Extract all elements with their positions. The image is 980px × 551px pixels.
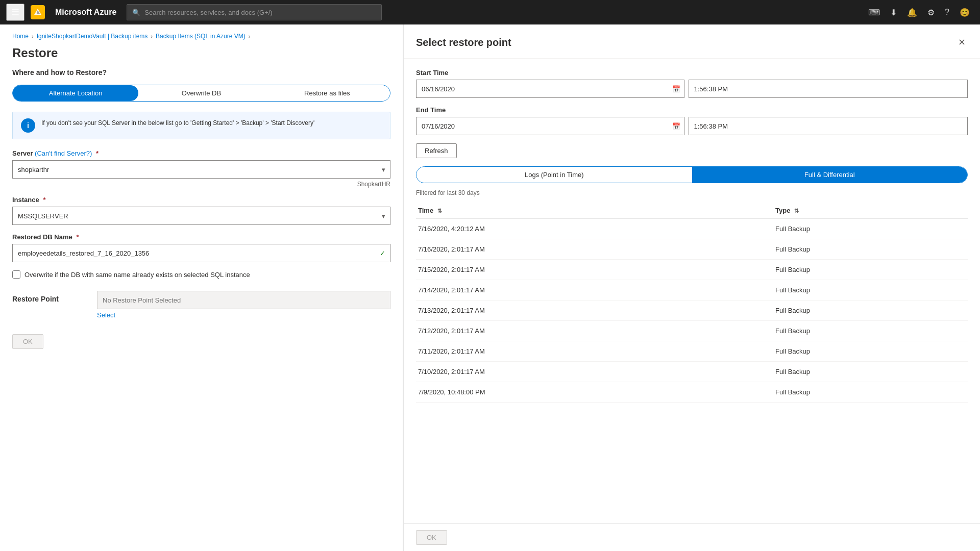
- restore-point-time: 7/15/2020, 2:01:17 AM: [416, 260, 773, 280]
- restore-ok-button[interactable]: OK: [12, 334, 43, 349]
- panel-ok-button[interactable]: OK: [416, 530, 447, 545]
- breadcrumb-home[interactable]: Home: [12, 33, 29, 40]
- start-date-wrapper: 📅: [416, 80, 684, 98]
- select-restore-point-panel: Select restore point ✕ Start Time 📅 End …: [403, 24, 980, 551]
- restore-point-type: Full Backup: [773, 300, 968, 321]
- refresh-button[interactable]: Refresh: [416, 143, 457, 158]
- table-body: 7/16/2020, 4:20:12 AMFull Backup7/16/202…: [416, 219, 968, 403]
- close-panel-button[interactable]: ✕: [956, 35, 968, 50]
- restore-point-time: 7/11/2020, 2:01:17 AM: [416, 341, 773, 362]
- panel-header: Select restore point ✕: [404, 24, 980, 59]
- start-time-section: Start Time 📅: [416, 69, 968, 98]
- table-row[interactable]: 7/10/2020, 2:01:17 AMFull Backup: [416, 362, 968, 382]
- table-row[interactable]: 7/13/2020, 2:01:17 AMFull Backup: [416, 300, 968, 321]
- cloud-shell-icon[interactable]: ⌨: [864, 5, 884, 20]
- time-column-header[interactable]: Time ⇅: [416, 203, 773, 219]
- directory-icon[interactable]: ⬇: [886, 5, 901, 20]
- restore-point-section: Restore Point Select: [12, 291, 390, 319]
- instance-required: *: [43, 196, 45, 204]
- table-row[interactable]: 7/11/2020, 2:01:17 AMFull Backup: [416, 341, 968, 362]
- table-row[interactable]: 7/15/2020, 2:01:17 AMFull Backup: [416, 260, 968, 280]
- restore-panel: Home › IgniteShopkartDemoVault | Backup …: [0, 24, 403, 551]
- notification-icon[interactable]: 🔔: [903, 5, 921, 20]
- panel-body: Start Time 📅 End Time 📅: [404, 59, 980, 523]
- server-field-group: Server (Can't find Server?) * shopkarthr…: [12, 149, 390, 188]
- azure-logo-icon: [31, 5, 45, 19]
- restore-point-label: Restore Point: [12, 291, 89, 303]
- restore-point-type: Full Backup: [773, 239, 968, 260]
- cant-find-server-link[interactable]: (Can't find Server?): [35, 149, 92, 157]
- restore-point-type: Full Backup: [773, 260, 968, 280]
- instance-label: Instance *: [12, 196, 390, 204]
- table-row[interactable]: 7/16/2020, 2:01:17 AMFull Backup: [416, 239, 968, 260]
- restore-point-type: Full Backup: [773, 219, 968, 239]
- overwrite-checkbox-row: Overwrite if the DB with same name alrea…: [12, 270, 390, 279]
- restore-point-type: Full Backup: [773, 362, 968, 382]
- end-time-section: End Time 📅: [416, 106, 968, 135]
- search-input[interactable]: [144, 9, 376, 16]
- end-time-input[interactable]: [689, 117, 968, 135]
- server-select[interactable]: shopkarthr: [12, 160, 390, 179]
- restore-point-type: Full Backup: [773, 321, 968, 341]
- db-name-input-wrapper: ✓: [12, 244, 390, 262]
- restore-as-files-btn[interactable]: Restore as files: [264, 85, 390, 101]
- help-icon[interactable]: ?: [941, 5, 953, 20]
- server-hint: ShopkartHR: [12, 181, 390, 188]
- db-name-label: Restored DB Name *: [12, 233, 390, 241]
- time-sort-icon: ⇅: [437, 208, 442, 214]
- info-box: i If you don't see your SQL Server in th…: [12, 112, 390, 139]
- select-restore-point-link[interactable]: Select: [97, 311, 390, 319]
- panel-footer: OK: [404, 523, 980, 551]
- info-icon: i: [21, 118, 35, 133]
- restore-point-type: Full Backup: [773, 341, 968, 362]
- restore-point-time: 7/9/2020, 10:48:00 PM: [416, 382, 773, 403]
- breadcrumb-vault[interactable]: IgniteShopkartDemoVault | Backup items: [37, 33, 148, 40]
- account-icon[interactable]: 😊: [955, 5, 974, 20]
- restore-point-time: 7/14/2020, 2:01:17 AM: [416, 280, 773, 300]
- table-row[interactable]: 7/9/2020, 10:48:00 PMFull Backup: [416, 382, 968, 403]
- instance-select-wrapper: MSSQLSERVER ▾: [12, 207, 390, 225]
- server-required: *: [96, 149, 99, 157]
- end-date-wrapper: 📅: [416, 117, 684, 135]
- restore-point-time: 7/13/2020, 2:01:17 AM: [416, 300, 773, 321]
- db-name-input[interactable]: [12, 244, 390, 262]
- db-name-field-group: Restored DB Name * ✓: [12, 233, 390, 262]
- restore-point-value: Select: [97, 291, 390, 319]
- main-container: Home › IgniteShopkartDemoVault | Backup …: [0, 24, 980, 551]
- filter-note: Filtered for last 30 days: [416, 189, 968, 196]
- top-nav: ☰ Microsoft Azure 🔍 ⌨ ⬇ 🔔 ⚙ ? 😊: [0, 0, 980, 24]
- start-date-input[interactable]: [416, 80, 684, 98]
- search-icon: 🔍: [132, 9, 140, 16]
- restore-content: Where and how to Restore? Alternate Loca…: [0, 68, 403, 361]
- global-search[interactable]: 🔍: [127, 4, 382, 20]
- settings-icon[interactable]: ⚙: [923, 5, 939, 20]
- overwrite-checkbox-label: Overwrite if the DB with same name alrea…: [24, 271, 250, 279]
- table-row[interactable]: 7/12/2020, 2:01:17 AMFull Backup: [416, 321, 968, 341]
- table-row[interactable]: 7/14/2020, 2:01:17 AMFull Backup: [416, 280, 968, 300]
- end-date-input[interactable]: [416, 117, 684, 135]
- azure-logo-text: Microsoft Azure: [55, 8, 116, 17]
- instance-select[interactable]: MSSQLSERVER: [12, 207, 390, 225]
- restore-point-time: 7/16/2020, 4:20:12 AM: [416, 219, 773, 239]
- end-time-row: 📅: [416, 117, 968, 135]
- breadcrumb-sep-3: ›: [249, 33, 251, 39]
- logs-tab-button[interactable]: Logs (Point in Time): [416, 167, 692, 183]
- breadcrumb-sep-1: ›: [32, 33, 34, 39]
- type-column-header[interactable]: Type ⇅: [773, 203, 968, 219]
- alternate-location-btn[interactable]: Alternate Location: [13, 85, 138, 101]
- restore-point-time: 7/12/2020, 2:01:17 AM: [416, 321, 773, 341]
- overwrite-db-btn[interactable]: Overwrite DB: [138, 85, 264, 101]
- breadcrumb-sep-2: ›: [151, 33, 153, 39]
- table-row[interactable]: 7/16/2020, 4:20:12 AMFull Backup: [416, 219, 968, 239]
- end-time-label: End Time: [416, 106, 968, 114]
- breadcrumb-sql[interactable]: Backup Items (SQL in Azure VM): [156, 33, 246, 40]
- backup-type-toggle: Logs (Point in Time) Full & Differential: [416, 166, 968, 183]
- hamburger-menu[interactable]: ☰: [6, 4, 24, 21]
- full-differential-tab-button[interactable]: Full & Differential: [692, 167, 968, 183]
- overwrite-checkbox[interactable]: [12, 270, 20, 279]
- instance-field-group: Instance * MSSQLSERVER ▾: [12, 196, 390, 225]
- nav-icon-group: ⌨ ⬇ 🔔 ⚙ ? 😊: [864, 5, 974, 20]
- start-time-input[interactable]: [689, 80, 968, 98]
- breadcrumb: Home › IgniteShopkartDemoVault | Backup …: [0, 24, 403, 44]
- page-title: Restore: [0, 44, 403, 68]
